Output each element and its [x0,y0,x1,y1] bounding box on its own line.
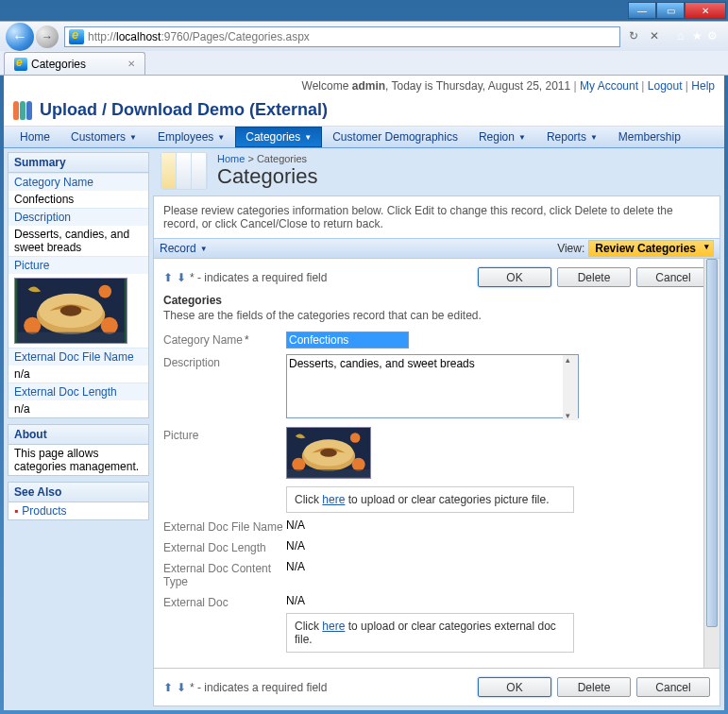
close-button[interactable]: ✕ [685,2,726,19]
stop-icon[interactable]: ✕ [650,29,665,44]
bullet-icon: ▪ [14,504,18,518]
app-title: Upload / Download Demo (External) [40,100,328,120]
chevron-down-icon: ▼ [129,133,137,142]
logout-link[interactable]: Logout [648,79,683,93]
refresh-icon[interactable]: ↻ [629,29,644,44]
tab-close-icon[interactable]: ✕ [127,59,135,69]
welcome-bar: Welcome admin, Today is Thursday, August… [4,76,724,96]
address-bar[interactable]: http://localhost:9760/Pages/Categories.a… [64,26,620,47]
maximize-button[interactable]: ▭ [656,2,685,19]
breadcrumb: Home > Categories [217,153,317,164]
category-name-input[interactable] [286,332,409,348]
back-button[interactable]: ← [6,23,34,51]
minimize-button[interactable]: — [628,2,656,19]
menu-customers[interactable]: Customers▼ [60,127,147,147]
menu-reports[interactable]: Reports▼ [536,127,608,147]
ie-icon [69,29,84,44]
app-icon [13,101,34,120]
prev-icon[interactable]: ⬆ [163,271,173,284]
section-desc: These are the fields of the categories r… [163,309,710,322]
page-title: Categories [217,164,317,189]
breadcrumb-home[interactable]: Home [217,153,245,164]
home-icon[interactable]: ⌂ [677,29,692,44]
main-menu: Home Customers▼ Employees▼ Categories▼ C… [4,126,724,148]
browser-navbar: ← → http://localhost:9760/Pages/Categori… [0,21,728,51]
help-link[interactable]: Help [691,79,715,93]
next-icon[interactable]: ⬇ [177,681,186,694]
prev-icon[interactable]: ⬆ [163,681,173,694]
ie-icon [14,58,27,71]
sidebar: Summary Category Name Confections Descri… [4,148,153,710]
browser-tabs: Categories ✕ [0,51,728,76]
cancel-button-bottom[interactable]: Cancel [636,677,710,697]
menu-region[interactable]: Region▼ [468,127,536,147]
extdoc-upload-link[interactable]: here [322,620,345,633]
form-scrollbar[interactable] [703,259,720,668]
menu-categories[interactable]: Categories▼ [235,127,322,147]
delete-button[interactable]: Delete [557,267,631,287]
chevron-down-icon: ▼ [200,245,208,253]
record-menu[interactable]: Record▼ [160,242,208,255]
ok-button[interactable]: OK [478,267,551,287]
forward-button[interactable]: → [36,26,59,48]
chevron-down-icon: ▼ [590,133,598,142]
seealso-panel: See Also ▪Products [8,482,149,520]
ok-button-bottom[interactable]: OK [478,677,551,697]
chevron-down-icon: ▼ [518,133,526,142]
header-icon [161,152,208,190]
menu-employees[interactable]: Employees▼ [147,127,235,147]
window-titlebar: — ▭ ✕ [0,0,728,21]
picture-upload-box: Click here to upload or clear categories… [286,486,574,513]
about-title: About [8,425,148,445]
view-selector[interactable]: Review Categories [588,240,714,257]
seealso-title: See Also [8,483,148,502]
my-account-link[interactable]: My Account [580,79,638,93]
summary-panel: Summary Category Name Confections Descri… [8,152,149,418]
picture-upload-link[interactable]: here [322,493,345,506]
description-input[interactable]: Desserts, candies, and sweet breads [286,354,579,418]
products-link[interactable]: Products [22,504,66,518]
menu-membership[interactable]: Membership [608,127,691,147]
summary-title: Summary [8,153,148,173]
picture-thumbnail [286,427,371,479]
browser-tab[interactable]: Categories ✕ [4,52,145,75]
menu-demographics[interactable]: Customer Demographics [322,127,468,147]
chevron-down-icon: ▼ [217,133,225,142]
menu-home[interactable]: Home [9,127,60,147]
extdoc-upload-box: Click here to upload or clear categories… [286,613,574,653]
textarea-scrollbar[interactable] [563,355,578,420]
next-icon[interactable]: ⬇ [177,271,186,284]
cancel-button[interactable]: Cancel [636,267,710,287]
tab-title: Categories [31,58,86,71]
chevron-down-icon: ▼ [304,133,312,142]
about-panel: About This page allows categories manage… [8,424,149,476]
panel-description: Please review categories information bel… [154,196,720,238]
settings-icon[interactable]: ⚙ [707,29,722,44]
favorites-icon[interactable]: ★ [692,29,707,44]
delete-button-bottom[interactable]: Delete [557,677,631,697]
summary-picture [14,278,127,344]
section-title: Categories [163,294,710,307]
